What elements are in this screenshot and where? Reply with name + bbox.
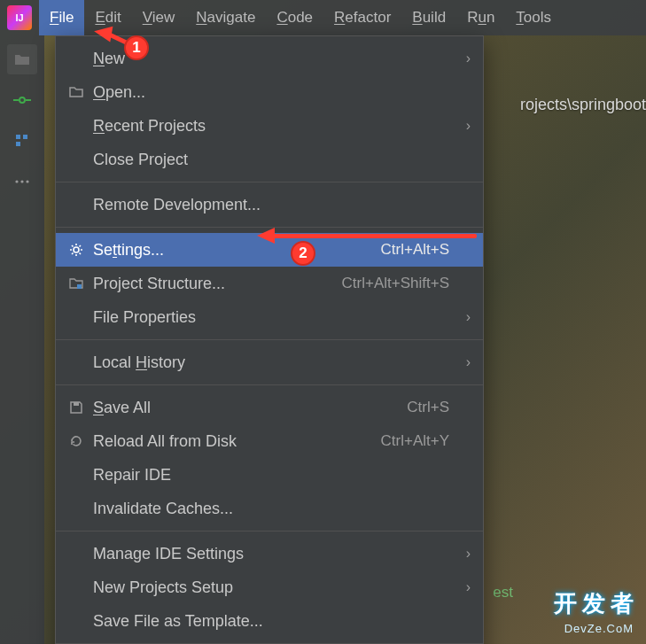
menu-separator <box>56 182 483 182</box>
chevron-right-icon: › <box>455 579 471 595</box>
menu-item-label: Project Structure... <box>93 275 342 293</box>
watermark-main: 开发者 <box>554 588 639 619</box>
file-menu-dropdown: New›Open...Recent Projects›Close Project… <box>55 35 484 644</box>
svg-point-6 <box>15 180 18 182</box>
menu-item-shortcut: Ctrl+S <box>407 399 455 416</box>
svg-rect-4 <box>23 135 27 139</box>
menu-item-shortcut: Ctrl+Alt+S <box>381 241 455 259</box>
menu-item-remote-dev[interactable]: Remote Development... <box>56 188 483 221</box>
menu-separator <box>56 384 483 385</box>
menu-item-label: New Projects Setup <box>93 578 455 597</box>
menu-build[interactable]: Build <box>401 0 456 35</box>
menu-view[interactable]: View <box>132 0 186 35</box>
menu-run[interactable]: Run <box>456 0 505 35</box>
menu-file[interactable]: File <box>39 0 84 35</box>
svg-rect-3 <box>16 135 20 139</box>
svg-rect-10 <box>77 284 82 289</box>
menu-item-shortcut: Ctrl+Alt+Y <box>381 432 455 450</box>
hint-text: est <box>493 584 513 601</box>
menu-item-new-projects-setup[interactable]: New Projects Setup› <box>56 570 483 604</box>
menu-item-label: Save All <box>93 399 407 417</box>
annotation-badge-1: 1 <box>124 35 149 60</box>
menu-item-label: Save File as Template... <box>93 612 455 631</box>
menu-item-file-properties[interactable]: File Properties› <box>56 300 483 334</box>
gear-icon <box>68 242 93 258</box>
chevron-right-icon: › <box>455 309 471 325</box>
menu-code[interactable]: Code <box>266 0 323 35</box>
menu-item-close-project[interactable]: Close Project <box>56 143 483 176</box>
menu-item-new[interactable]: New› <box>56 42 483 75</box>
menu-item-label: Remote Development... <box>93 196 455 214</box>
menu-bar: FileEditViewNavigateCodeRefactorBuildRun… <box>39 0 562 35</box>
watermark-sub: DevZe.CoM <box>564 622 634 635</box>
menu-item-recent-projects[interactable]: Recent Projects› <box>56 109 483 143</box>
save-icon <box>68 400 93 415</box>
annotation-badge-2: 2 <box>291 241 315 266</box>
structure-tool-icon[interactable] <box>7 126 37 156</box>
commit-tool-icon[interactable] <box>7 85 37 115</box>
app-logo: IJ <box>4 2 35 34</box>
menu-item-label: Local History <box>93 353 455 372</box>
folder-icon <box>68 84 93 100</box>
menu-item-repair-ide[interactable]: Repair IDE <box>56 458 483 492</box>
svg-point-8 <box>26 180 28 182</box>
menu-item-shortcut: Ctrl+Alt+Shift+S <box>342 275 455 292</box>
menu-item-label: Invalidate Caches... <box>93 500 455 518</box>
chevron-right-icon: › <box>455 546 471 562</box>
reload-icon <box>68 433 93 449</box>
menu-item-label: Close Project <box>93 151 455 169</box>
svg-point-7 <box>20 180 23 182</box>
menu-separator <box>56 531 483 531</box>
chevron-right-icon: › <box>455 118 471 134</box>
menu-item-label: Open... <box>93 83 455 102</box>
menu-item-reload-disk[interactable]: Reload All from DiskCtrl+Alt+Y <box>56 424 483 458</box>
menu-item-label: Repair IDE <box>93 466 455 485</box>
menu-item-manage-ide-settings[interactable]: Manage IDE Settings› <box>56 537 483 570</box>
svg-rect-5 <box>16 142 20 146</box>
menu-item-label: Recent Projects <box>93 117 455 136</box>
project-tool-icon[interactable] <box>7 44 37 74</box>
intellij-logo-icon: IJ <box>7 5 32 30</box>
menu-item-label: Manage IDE Settings <box>93 545 455 563</box>
menu-item-save-all[interactable]: Save AllCtrl+S <box>56 391 483 424</box>
svg-point-9 <box>74 247 79 252</box>
menu-item-project-structure[interactable]: Project Structure...Ctrl+Alt+Shift+S <box>56 267 483 300</box>
menu-separator <box>56 339 483 340</box>
more-tool-icon[interactable] <box>7 167 37 197</box>
menu-item-invalidate-caches[interactable]: Invalidate Caches... <box>56 492 483 525</box>
left-tool-rail <box>0 35 44 644</box>
menu-item-label: File Properties <box>93 308 455 327</box>
proj-struct-icon <box>68 275 93 291</box>
menu-tools[interactable]: Tools <box>505 0 562 35</box>
svg-point-0 <box>19 97 25 103</box>
menu-item-label: Reload All from Disk <box>93 432 381 451</box>
menu-item-local-history[interactable]: Local History› <box>56 345 483 379</box>
svg-rect-11 <box>74 402 79 406</box>
menu-item-save-as-template[interactable]: Save File as Template... <box>56 604 483 638</box>
chevron-right-icon: › <box>455 354 471 370</box>
menu-item-open[interactable]: Open... <box>56 75 483 109</box>
menu-navigate[interactable]: Navigate <box>185 0 266 35</box>
menu-item-label: Settings... <box>93 241 381 260</box>
chevron-right-icon: › <box>455 50 471 66</box>
menu-refactor[interactable]: Refactor <box>323 0 401 35</box>
breadcrumb-path: rojects\springboot <box>520 96 646 114</box>
